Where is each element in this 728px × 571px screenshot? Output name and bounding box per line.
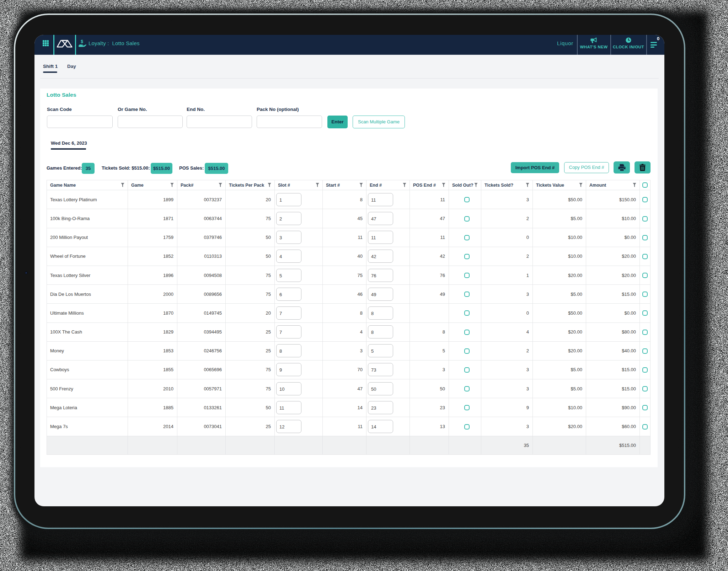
svg-text:$: $	[81, 39, 83, 44]
